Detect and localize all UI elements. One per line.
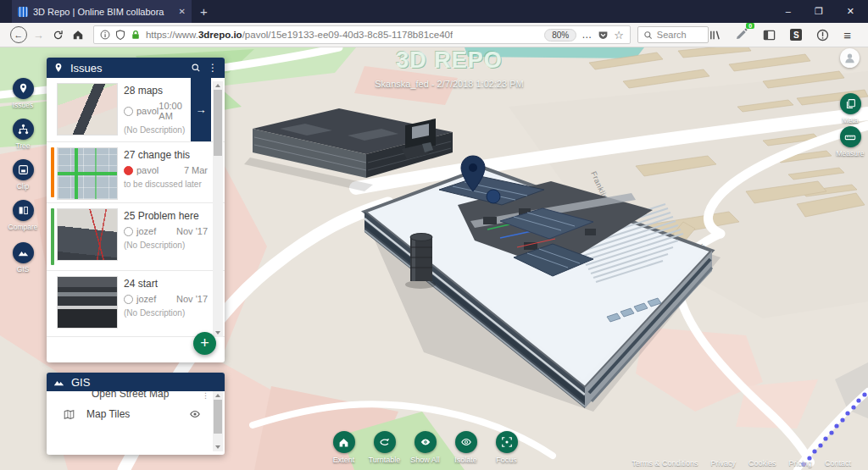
issue-item-28[interactable]: 28 maps pavol10:00 AM (No Description) → <box>47 78 225 142</box>
clip-icon <box>18 164 29 175</box>
issue-item-27[interactable]: 27 change this pavol7 Mar to be discusse… <box>47 142 225 203</box>
issue-thumbnail <box>57 276 118 329</box>
issue-item-24[interactable]: 24 start jozefNov '17 (No Description) <box>47 271 225 337</box>
tracking-shield-icon[interactable] <box>115 30 125 40</box>
home-icon <box>72 29 84 41</box>
turntable-icon <box>379 436 391 448</box>
terrain-icon <box>53 377 64 388</box>
search-placeholder: Search <box>657 30 687 40</box>
right-nav-measure[interactable]: Measure <box>830 126 868 158</box>
right-nav-meta[interactable]: Meta <box>830 93 868 124</box>
eye-outline-icon <box>460 436 472 448</box>
issue-item-25[interactable]: 25 Problem here jozefNov '17 (No Descrip… <box>47 203 225 271</box>
page-info-icon[interactable] <box>100 30 110 40</box>
zoom-level-badge[interactable]: 80% <box>544 29 576 41</box>
extension-button[interactable]: 0 <box>736 27 748 43</box>
window-restore-button[interactable]: ❐ <box>815 6 823 17</box>
link-terms[interactable]: Terms & Conditions <box>632 459 698 467</box>
issues-panel: Issues ⋮ 28 maps pavol10:00 AM (No Descr… <box>47 58 225 362</box>
search-icon <box>643 30 653 40</box>
bookmark-star-icon[interactable]: ☆ <box>614 29 624 41</box>
forward-button[interactable]: → <box>28 25 47 45</box>
viewer-bottom-toolbar: Extent Turntable Show All Isolate Focus <box>332 431 518 464</box>
focus-icon <box>501 436 513 448</box>
back-button[interactable]: ← <box>8 25 28 45</box>
reload-button[interactable] <box>48 25 68 45</box>
avatar <box>124 166 133 175</box>
url-bar[interactable]: https://www.3drepo.io/pavol/15e19133-ee0… <box>93 25 631 44</box>
focus-button[interactable]: Focus <box>495 431 518 464</box>
report-icon[interactable] <box>816 29 829 41</box>
link-contact[interactable]: Contact <box>825 459 851 467</box>
new-tab-button[interactable]: + <box>200 4 208 19</box>
gis-panel-title: GIS <box>71 376 90 389</box>
extent-button[interactable]: Extent <box>332 431 355 464</box>
open-issue-arrow[interactable]: → <box>191 78 211 141</box>
pin-icon <box>18 83 29 94</box>
kebab-menu-icon[interactable]: ⋮ <box>202 391 209 400</box>
viewer-content: Franklins Franklins <box>0 47 868 470</box>
scroll-down-icon[interactable] <box>215 445 220 449</box>
issue-pin-sphere[interactable] <box>487 190 500 203</box>
left-nav-clip[interactable]: Clip <box>0 159 46 191</box>
extension-icon <box>736 27 748 40</box>
https-lock-icon[interactable] <box>131 30 141 40</box>
isolate-button[interactable]: Isolate <box>454 431 477 464</box>
link-pricing[interactable]: Pricing <box>788 459 812 467</box>
menu-hamburger-icon[interactable]: ≡ <box>843 28 851 42</box>
turntable-button[interactable]: Turntable <box>373 431 396 464</box>
browser-toolbar: ← → https://www.3drepo.io/pavol/15e19133… <box>0 23 868 47</box>
tab-title: 3D Repo | Online BIM collabora <box>33 7 174 17</box>
left-nav-issues[interactable]: Issues <box>0 78 46 109</box>
search-field[interactable]: Search <box>637 26 709 43</box>
account-avatar-button[interactable] <box>840 48 860 68</box>
s-extension-icon[interactable]: S <box>790 29 802 41</box>
avatar <box>124 107 133 116</box>
link-cookies[interactable]: Cookies <box>748 459 776 467</box>
meta-copy-icon <box>845 98 856 109</box>
ruler-icon <box>844 131 856 143</box>
show-all-button[interactable]: Show All <box>414 431 437 464</box>
gis-scrollbar[interactable] <box>213 391 223 451</box>
browser-tab[interactable]: 3D Repo | Online BIM collabora ✕ <box>12 0 192 23</box>
left-nav-gis[interactable]: GIS <box>0 242 46 274</box>
arrow-right-icon: → <box>196 103 207 116</box>
tree-icon <box>18 124 29 135</box>
sidebar-toggle-icon[interactable] <box>763 29 776 41</box>
gis-row-map-tiles[interactable]: Map Tiles <box>47 401 225 420</box>
window-minimize-button[interactable]: – <box>786 6 791 17</box>
left-nav-compare[interactable]: Compare <box>0 200 46 231</box>
scroll-down-icon[interactable] <box>215 331 220 335</box>
home-icon <box>338 437 349 448</box>
scroll-thumb[interactable] <box>214 90 222 156</box>
issue-thumbnail <box>57 208 118 261</box>
tab-close-icon[interactable]: ✕ <box>179 7 186 16</box>
plus-icon: + <box>200 335 209 352</box>
page-actions-icon[interactable]: … <box>581 29 593 41</box>
window-close-button[interactable]: ✕ <box>847 6 854 17</box>
model-caption: Skanska_fed - 2/7/2018 1:02:23 PM <box>314 79 585 89</box>
kebab-menu-icon[interactable]: ⋮ <box>208 62 218 74</box>
issues-panel-header: Issues ⋮ <box>47 58 225 78</box>
scroll-thumb[interactable] <box>214 400 222 434</box>
search-icon[interactable] <box>191 63 201 73</box>
avatar <box>124 295 133 304</box>
library-icon[interactable] <box>709 29 721 41</box>
pocket-icon[interactable] <box>598 30 609 41</box>
issues-panel-title: Issues <box>70 62 103 75</box>
issues-scrollbar[interactable] <box>213 81 223 337</box>
visibility-eye-icon[interactable] <box>189 408 201 420</box>
link-privacy[interactable]: Privacy <box>710 459 736 467</box>
url-text: https://www.3drepo.io/pavol/15e19133-ee0… <box>146 30 453 40</box>
scroll-up-icon[interactable] <box>215 394 220 397</box>
issue-thumbnail <box>57 147 118 200</box>
compare-icon <box>18 205 29 216</box>
extension-badge: 0 <box>746 23 754 29</box>
gis-body: Open Street Map ⋮ Map Tiles <box>47 391 225 453</box>
site-favicon-icon <box>18 7 28 17</box>
home-button[interactable] <box>68 25 87 45</box>
add-issue-button[interactable]: + <box>193 332 216 355</box>
gis-panel: GIS Open Street Map ⋮ Map Tiles <box>47 373 225 455</box>
left-nav-tree[interactable]: Tree <box>0 119 46 150</box>
scroll-up-icon[interactable] <box>215 84 220 87</box>
